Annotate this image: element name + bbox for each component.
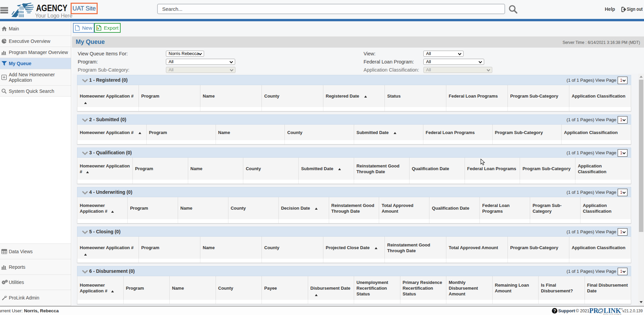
svg-text:?: ? <box>553 309 556 313</box>
svg-text:x: x <box>98 27 99 30</box>
svg-text:PR: PR <box>589 307 598 314</box>
svg-text:SOLUTIONS: SOLUTIONS <box>603 313 622 315</box>
